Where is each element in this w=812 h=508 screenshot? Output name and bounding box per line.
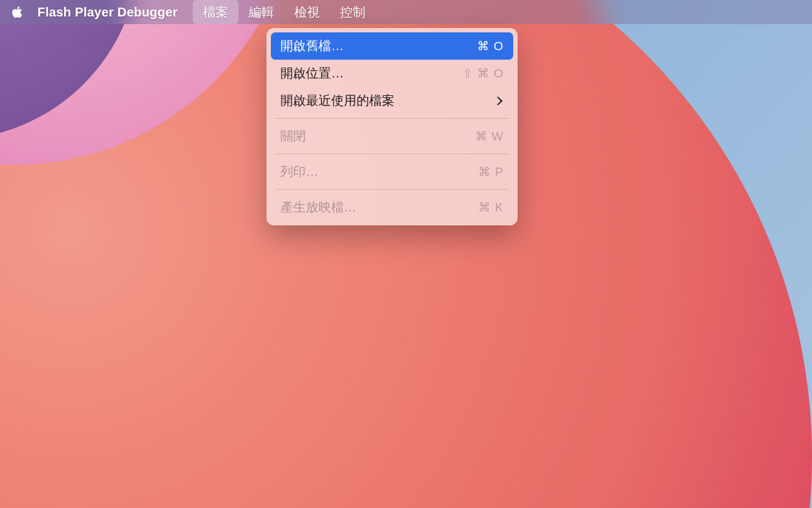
- menu-open-location[interactable]: 開啟位置… ⇧ ⌘ O: [271, 60, 513, 87]
- menu-separator: [276, 189, 508, 190]
- menu-item-label: 開啟最近使用的檔案: [280, 92, 395, 109]
- menu-separator: [276, 118, 508, 119]
- menubar: Flash Player Debugger 檔案 編輯 檢視 控制: [0, 0, 812, 24]
- menu-close: 關閉 ⌘ W: [271, 123, 513, 150]
- menu-item-shortcut: ⌘ O: [477, 39, 504, 53]
- menu-item-label: 列印…: [280, 163, 318, 180]
- menu-control[interactable]: 控制: [330, 0, 376, 24]
- menu-create-projector: 產生放映檔… ⌘ K: [271, 194, 513, 221]
- apple-logo-icon[interactable]: [11, 5, 23, 19]
- menu-item-label: 產生放映檔…: [280, 199, 357, 216]
- menu-open-file[interactable]: 開啟舊檔… ⌘ O: [271, 32, 513, 60]
- menu-item-shortcut: ⌘ W: [475, 129, 504, 144]
- menu-file[interactable]: 檔案: [193, 0, 239, 24]
- menu-view[interactable]: 檢視: [284, 0, 330, 24]
- menu-item-shortcut: ⇧ ⌘ O: [462, 66, 504, 81]
- menu-item-label: 開啟位置…: [280, 65, 344, 82]
- menu-print: 列印… ⌘ P: [271, 158, 513, 185]
- menu-item-shortcut: ⌘ P: [478, 164, 504, 179]
- chevron-right-icon: [494, 96, 502, 105]
- file-menu-dropdown: 開啟舊檔… ⌘ O 開啟位置… ⇧ ⌘ O 開啟最近使用的檔案 關閉 ⌘ W 列…: [266, 28, 518, 225]
- app-name[interactable]: Flash Player Debugger: [37, 5, 178, 20]
- menu-edit[interactable]: 編輯: [239, 0, 284, 24]
- menu-open-recent[interactable]: 開啟最近使用的檔案: [271, 87, 513, 114]
- menu-item-label: 關閉: [280, 128, 306, 145]
- menu-separator: [276, 154, 508, 154]
- menu-item-label: 開啟舊檔…: [280, 37, 344, 55]
- menu-item-shortcut: ⌘ K: [478, 200, 504, 215]
